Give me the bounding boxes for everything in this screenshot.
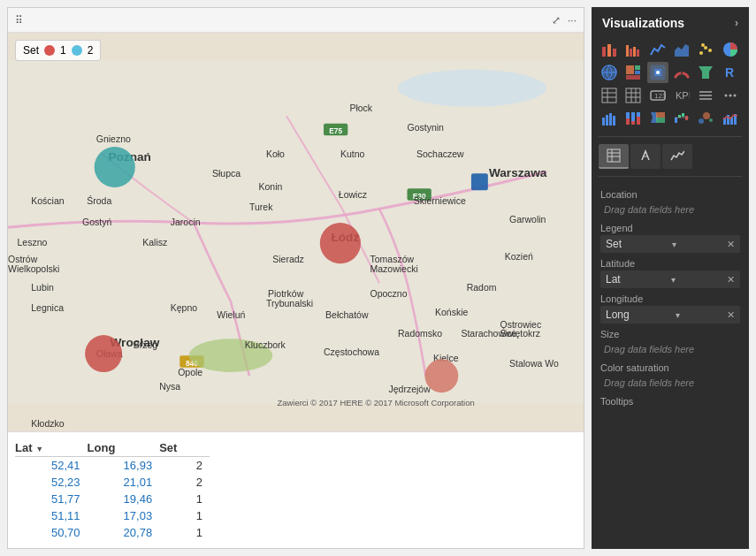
viz-panel-chevron[interactable]: › (735, 17, 738, 29)
svg-point-75 (699, 51, 703, 55)
svg-text:Nysa: Nysa (159, 381, 180, 392)
expand-icon[interactable]: ⤢ (552, 14, 561, 27)
svg-text:Słupca: Słupca (212, 168, 241, 179)
viz-icon-waterfall[interactable] (671, 108, 692, 129)
svg-text:Legnica: Legnica (31, 302, 64, 313)
map-svg: E75 E30 840 Gniezno Płock Gostynin Koło … (8, 33, 584, 431)
svg-rect-73 (637, 50, 639, 57)
latitude-dropdown-arrow[interactable]: ▾ (671, 275, 676, 285)
cell-long: 17,03 (88, 507, 160, 524)
legend-value[interactable]: Set ▾ ✕ (600, 235, 740, 253)
field-sections: Location Drag data fields here Legend Se… (592, 180, 749, 410)
svg-text:Płock: Płock (349, 103, 372, 113)
divider-1 (599, 136, 742, 137)
svg-text:R: R (725, 65, 734, 80)
cell-lat: 52,41 (15, 457, 88, 475)
tab-format[interactable] (630, 144, 661, 169)
latitude-value-text: Lat (606, 273, 621, 286)
data-table: Lat ▼ Long Set 52,4116,93252,2321,01251,… (8, 431, 584, 548)
viz-icon-more[interactable] (720, 85, 741, 106)
color-saturation-placeholder[interactable]: Drag data fields here (600, 375, 740, 391)
location-placeholder[interactable]: Drag data fields here (600, 202, 740, 217)
viz-icon-area[interactable] (671, 39, 692, 60)
cell-lat: 51,11 (15, 507, 88, 524)
svg-text:KPI: KPI (676, 90, 690, 101)
svg-text:E75: E75 (329, 126, 342, 135)
svg-rect-112 (609, 113, 612, 126)
legend-dropdown-arrow[interactable]: ▾ (672, 240, 676, 249)
tab-fields[interactable] (599, 144, 629, 169)
more-icon[interactable]: ··· (568, 14, 577, 27)
svg-rect-117 (631, 112, 635, 121)
viz-icon-scatter2[interactable] (695, 108, 716, 129)
svg-rect-70 (626, 45, 629, 57)
legend-label: Legend (600, 223, 740, 233)
viz-icon-map[interactable] (599, 62, 620, 83)
svg-text:Mazowiecki: Mazowiecki (370, 263, 418, 274)
cell-set: 2 (159, 474, 210, 491)
legend-value-2: 2 (88, 44, 94, 57)
svg-rect-121 (678, 115, 681, 118)
table-row: 50,7020,781 (15, 524, 210, 541)
svg-point-126 (703, 112, 710, 119)
map-container[interactable]: E75 E30 840 Gniezno Płock Gostynin Koło … (8, 33, 584, 431)
svg-text:Turek: Turek (249, 202, 273, 212)
svg-text:Leszno: Leszno (18, 237, 48, 248)
divider-2 (599, 176, 742, 177)
viz-icon-scatter[interactable] (695, 39, 716, 60)
cell-set: 1 (159, 524, 210, 541)
legend-remove-icon[interactable]: ✕ (727, 239, 735, 250)
viz-icon-funnel[interactable] (695, 62, 716, 83)
longitude-dropdown-arrow[interactable]: ▾ (676, 310, 680, 320)
tab-analytics[interactable] (662, 144, 692, 169)
legend-label: Set (23, 44, 39, 57)
viz-icon-combo[interactable] (720, 108, 741, 129)
viz-icon-kpi[interactable]: KPI (671, 85, 692, 106)
svg-marker-90 (699, 66, 713, 79)
longitude-value[interactable]: Long ▾ ✕ (600, 306, 740, 324)
longitude-label: Longitude (600, 293, 740, 304)
svg-text:Warszawa: Warszawa (489, 166, 547, 179)
svg-text:Kutno: Kutno (340, 149, 365, 160)
svg-rect-83 (626, 65, 634, 74)
viz-icon-slicer[interactable] (695, 85, 716, 106)
viz-icon-bar[interactable] (599, 39, 620, 60)
viz-icon-stacked-bar[interactable] (622, 39, 644, 60)
right-panel: Visualizations › (592, 7, 749, 549)
data-grid: Lat ▼ Long Set 52,4116,93252,2321,01251,… (15, 439, 210, 541)
svg-rect-69 (613, 49, 616, 57)
cell-set: 1 (159, 491, 210, 507)
latitude-remove-icon[interactable]: ✕ (727, 274, 735, 286)
viz-icon-filled-map[interactable] (647, 62, 668, 83)
svg-text:Trybunalski: Trybunalski (266, 298, 313, 308)
viz-icon-line[interactable] (647, 39, 668, 60)
table-row: 51,1117,031 (15, 507, 210, 524)
viz-icon-treemap[interactable] (622, 62, 644, 83)
svg-point-1 (398, 70, 546, 107)
filter-icon[interactable]: ▼ (35, 445, 43, 453)
cell-set: 1 (159, 507, 210, 524)
viz-icon-ribbon[interactable] (647, 108, 668, 129)
svg-rect-71 (630, 49, 632, 57)
viz-icon-r[interactable]: R (720, 62, 741, 83)
viz-icon-matrix[interactable] (622, 85, 644, 106)
viz-icon-table[interactable] (599, 85, 620, 106)
svg-rect-72 (633, 47, 636, 57)
svg-text:Opole: Opole (178, 367, 202, 377)
viz-icon-clustered-col[interactable] (599, 108, 620, 129)
svg-point-64 (320, 223, 361, 263)
viz-icon-pie[interactable] (720, 39, 741, 60)
latitude-label: Latitude (600, 258, 740, 269)
viz-icon-100pct[interactable] (622, 108, 644, 129)
longitude-remove-icon[interactable]: ✕ (727, 309, 735, 321)
viz-icon-card[interactable]: 123 (647, 85, 668, 106)
svg-text:Skierniewice: Skierniewice (414, 195, 466, 206)
tooltips-label: Tooltips (600, 396, 740, 407)
svg-marker-74 (675, 44, 689, 57)
size-placeholder[interactable]: Drag data fields here (600, 341, 740, 357)
svg-rect-119 (637, 112, 640, 117)
col-lat-header[interactable]: Lat ▼ (15, 439, 88, 457)
latitude-value[interactable]: Lat ▾ ✕ (600, 270, 740, 288)
svg-text:Bełchatów: Bełchatów (325, 309, 369, 320)
viz-icon-gauge[interactable] (671, 62, 692, 83)
